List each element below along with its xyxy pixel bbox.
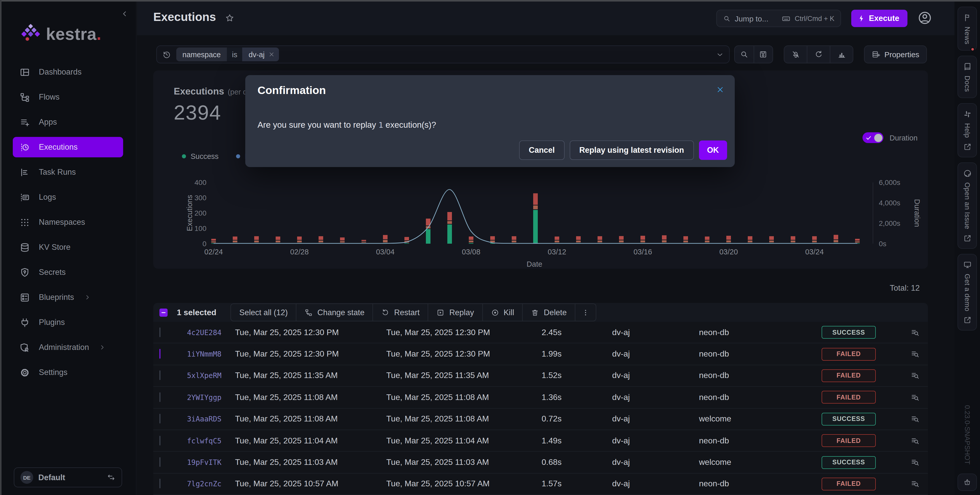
sidebar-item-dashboards[interactable]: Dashboards bbox=[13, 62, 123, 82]
execution-id-link[interactable]: 7lg2cnZc bbox=[187, 480, 235, 488]
table-row[interactable]: 3iAaaRDSTue, Mar 25, 2025 11:08 AMTue, M… bbox=[153, 408, 928, 430]
rail-tab-get-a-demo[interactable]: Get a demo bbox=[958, 254, 977, 331]
execute-button[interactable]: Execute bbox=[851, 10, 907, 27]
svg-text:100: 100 bbox=[194, 224, 207, 232]
properties-button[interactable]: Properties bbox=[864, 45, 927, 63]
sidebar-item-label: KV Store bbox=[39, 243, 70, 252]
toggle-switch[interactable] bbox=[862, 132, 883, 143]
execution-id-link[interactable]: fclwfqC5 bbox=[187, 436, 235, 445]
sidebar-item-administration[interactable]: Administration bbox=[13, 337, 123, 358]
execution-id-link[interactable]: 3iAaaRDS bbox=[187, 415, 235, 423]
log-search-icon[interactable] bbox=[910, 458, 920, 467]
shortcut-hint: Ctrl/Cmd + K bbox=[795, 14, 834, 22]
sidebar-item-executions[interactable]: Executions bbox=[13, 137, 123, 158]
filter-bar[interactable]: namespace is dv-aj bbox=[156, 45, 730, 63]
user-avatar[interactable] bbox=[918, 11, 932, 25]
filter-dropdown-chevron-icon[interactable] bbox=[716, 50, 724, 59]
row-checkbox[interactable] bbox=[159, 479, 161, 489]
row-checkbox[interactable] bbox=[159, 349, 161, 359]
sidebar-item-task-runs[interactable]: Task Runs bbox=[13, 162, 123, 182]
filter-save-button[interactable] bbox=[753, 46, 773, 63]
log-search-icon[interactable] bbox=[910, 328, 920, 337]
filter-search-button[interactable] bbox=[735, 46, 753, 63]
row-checkbox[interactable] bbox=[159, 371, 161, 380]
table-row[interactable]: 4c2UE284Tue, Mar 25, 2025 12:30 PMTue, M… bbox=[153, 322, 928, 344]
svg-text:Executions: Executions bbox=[186, 195, 194, 231]
log-search-icon[interactable] bbox=[910, 415, 920, 424]
cancel-button[interactable]: Cancel bbox=[519, 140, 565, 160]
chart-toggle-button[interactable] bbox=[830, 46, 853, 63]
modal-close-icon[interactable] bbox=[716, 85, 724, 94]
execution-id-link[interactable]: 2YWIYggp bbox=[187, 393, 235, 401]
executions-total-number: 2394 bbox=[174, 101, 221, 124]
replay-button[interactable]: Replay bbox=[428, 304, 482, 321]
log-search-icon[interactable] bbox=[910, 393, 920, 402]
execution-id-link[interactable]: 19pFvITK bbox=[187, 458, 235, 466]
refresh-button[interactable] bbox=[807, 46, 830, 63]
select-all-12--button[interactable]: Select all (12) bbox=[231, 304, 296, 321]
restart-button[interactable]: Restart bbox=[373, 304, 428, 321]
rail-tab-news[interactable]: News bbox=[958, 6, 977, 51]
sidebar-item-plugins[interactable]: Plugins bbox=[13, 312, 123, 333]
sidebar-item-flows[interactable]: Flows bbox=[13, 87, 123, 107]
favorite-star-icon[interactable] bbox=[225, 13, 234, 23]
bell-off-icon bbox=[791, 50, 800, 59]
kestra-logo[interactable]: kestra. bbox=[21, 23, 102, 45]
table-row[interactable]: 5xlXpeRMTue, Mar 25, 2025 11:35 AMTue, M… bbox=[153, 365, 928, 387]
sidebar-item-logs[interactable]: Logs bbox=[13, 187, 123, 207]
table-row[interactable]: fclwfqC5Tue, Mar 25, 2025 11:04 AMTue, M… bbox=[153, 430, 928, 452]
workspace-switcher[interactable]: DE Default bbox=[14, 467, 122, 487]
row-checkbox[interactable] bbox=[159, 392, 161, 402]
row-actions-cell bbox=[902, 436, 928, 445]
svg-text:0: 0 bbox=[202, 240, 207, 248]
rail-tab-help[interactable]: Help bbox=[958, 103, 977, 158]
log-search-icon[interactable] bbox=[910, 371, 920, 380]
sidebar-item-blueprints[interactable]: Blueprints bbox=[13, 287, 123, 307]
execution-id-link[interactable]: 1iYNmmM8 bbox=[187, 350, 235, 358]
row-checkbox[interactable] bbox=[159, 457, 161, 467]
table-row[interactable]: 19pFvITKTue, Mar 25, 2025 11:03 AMTue, M… bbox=[153, 452, 928, 474]
delete-button[interactable]: Delete bbox=[522, 304, 575, 321]
change-state-button[interactable]: Change state bbox=[296, 304, 372, 321]
jump-to-search[interactable]: Jump to... Ctrl/Cmd + K bbox=[716, 10, 841, 27]
log-search-icon[interactable] bbox=[910, 349, 920, 359]
rail-bottom-button[interactable] bbox=[958, 474, 977, 491]
log-search-icon[interactable] bbox=[910, 436, 920, 445]
alerts-off-button[interactable] bbox=[784, 46, 807, 63]
table-row[interactable]: 2YWIYggpTue, Mar 25, 2025 11:08 AMTue, M… bbox=[153, 387, 928, 408]
select-all-checkbox[interactable] bbox=[159, 308, 168, 317]
log-search-icon[interactable] bbox=[910, 479, 920, 489]
kill-button[interactable]: Kill bbox=[482, 304, 522, 321]
sidebar-item-kv-store[interactable]: KV Store bbox=[13, 237, 123, 258]
chip-remove-icon[interactable] bbox=[268, 51, 275, 58]
execution-id-link[interactable]: 4c2UE284 bbox=[187, 328, 235, 336]
duration-toggle[interactable]: Duration bbox=[862, 132, 918, 143]
row-checkbox[interactable] bbox=[159, 327, 161, 337]
legend-item-success[interactable]: Success bbox=[182, 152, 219, 161]
sidebar-collapse-button[interactable] bbox=[121, 10, 129, 18]
sidebar-item-secrets[interactable]: Secrets bbox=[13, 262, 123, 282]
ok-button[interactable]: OK bbox=[699, 140, 727, 160]
table-row[interactable]: 1iYNmmM8Tue, Mar 25, 2025 12:30 PMTue, M… bbox=[153, 344, 928, 365]
more-actions-button[interactable] bbox=[575, 304, 596, 321]
replay-latest-revision-button[interactable]: Replay using latest revision bbox=[570, 140, 694, 160]
status-badge: FAILED bbox=[822, 348, 876, 360]
legend-dot bbox=[182, 154, 186, 158]
sidebar-item-namespaces[interactable]: Namespaces bbox=[13, 212, 123, 232]
sidebar-item-apps[interactable]: Apps bbox=[13, 112, 123, 132]
row-actions-cell bbox=[902, 349, 928, 359]
sidebar-item-settings[interactable]: Settings bbox=[13, 362, 123, 383]
execution-id-link[interactable]: 5xlXpeRM bbox=[187, 372, 235, 380]
row-checkbox[interactable] bbox=[159, 414, 161, 424]
rail-tab-open-an-issue[interactable]: Open an Issue bbox=[958, 162, 977, 248]
rail-tab-docs[interactable]: Docs bbox=[958, 56, 977, 98]
start-date-cell: Tue, Mar 25, 2025 11:35 AM bbox=[235, 371, 386, 380]
flow-cell: neon-db bbox=[699, 328, 795, 337]
svg-text:02/28: 02/28 bbox=[290, 248, 309, 256]
replay-icon bbox=[437, 308, 445, 317]
button-label: Restart bbox=[394, 308, 420, 317]
filter-chip-namespace[interactable]: namespace is dv-aj bbox=[176, 48, 279, 61]
row-checkbox[interactable] bbox=[159, 436, 161, 445]
filter-history-icon[interactable] bbox=[162, 50, 171, 59]
table-row[interactable]: 7lg2cnZcTue, Mar 25, 2025 10:57 AMTue, M… bbox=[153, 473, 928, 495]
